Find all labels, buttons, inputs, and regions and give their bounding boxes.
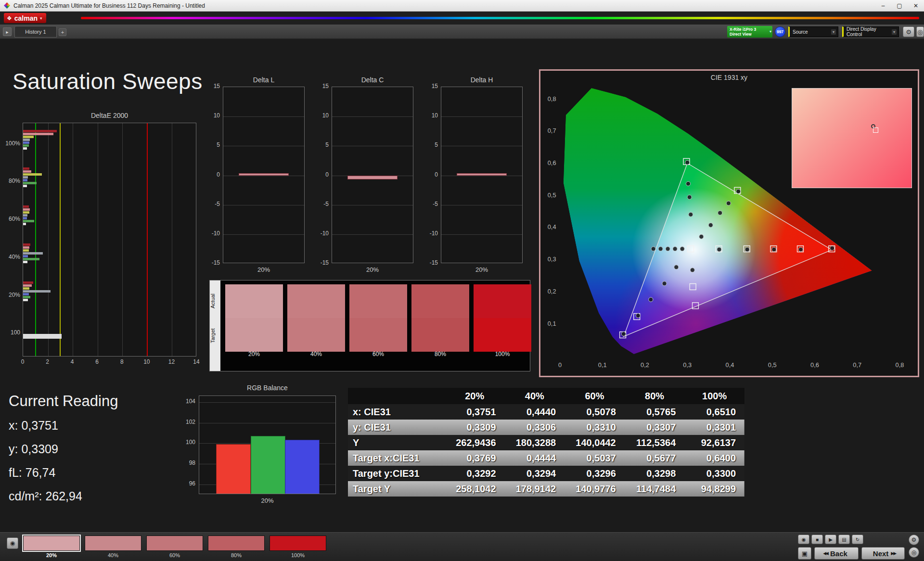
delta-bar — [239, 173, 289, 176]
y-tick-label: -5 — [426, 201, 438, 207]
row-label: x: CIE31 — [348, 404, 445, 420]
table-row: Target x:CIE310,37690,44440,50370,56770,… — [348, 450, 744, 466]
y-tick-label: 15 — [317, 83, 329, 89]
tab-history-label: History 1 — [25, 29, 46, 35]
meter-icon[interactable]: ◉ — [7, 537, 18, 549]
x-tick-label: 4 — [67, 358, 77, 365]
y-group-label: 80% — [5, 178, 20, 184]
gridline — [332, 146, 413, 146]
x-category-label: 20% — [441, 266, 523, 273]
film-icon: ▤ — [842, 537, 846, 542]
tab-scroll-button[interactable]: ▸ — [3, 27, 12, 36]
bar — [23, 217, 27, 219]
y-group-label: 100 — [5, 329, 20, 336]
loop-button[interactable]: ↻ — [852, 535, 863, 544]
maximize-button[interactable]: ▢ — [891, 0, 908, 11]
target-swatch — [349, 318, 407, 352]
current-reading-heading: Current Reading — [9, 393, 118, 410]
close-button[interactable]: ✕ — [908, 0, 924, 11]
tab-bar: ▸ History 1 + X-Rite i1Pro 3 Direct View… — [0, 25, 924, 39]
actual-swatch — [474, 284, 531, 318]
cell-value: 0,3292 — [445, 466, 505, 481]
display-control-dropdown[interactable]: Direct Display Control ▾ — [842, 26, 899, 37]
cell-value: 0,5677 — [625, 450, 685, 466]
gear-button[interactable]: ⚙ — [909, 535, 919, 545]
skip-forward-icon: ▶▶ — [891, 551, 896, 556]
gridline — [223, 205, 304, 205]
bar — [23, 170, 31, 173]
cell-value: 140,0442 — [565, 435, 625, 450]
cell-value: 112,5364 — [625, 435, 685, 450]
row-label: Target y:CIE31 — [348, 466, 445, 481]
meter-select-button[interactable]: X-Rite i1Pro 3 Direct View ▾ — [727, 26, 772, 38]
current-reading-panel: Current Reading x: 0,3751 y: 0,3309 fL: … — [9, 393, 118, 513]
calman-logo-button[interactable]: ❖ calman ▾ — [4, 13, 46, 23]
rgb-bar-red — [216, 444, 251, 494]
row-label: Target x:CIE31 — [348, 450, 445, 466]
deltae2000-chart: DeltaE 200002468101214100%80%60%40%20%10… — [5, 112, 197, 369]
table-row: Target Y258,1042178,9142140,9776114,7484… — [348, 481, 744, 497]
power-button[interactable]: ◎ — [909, 547, 919, 558]
bar — [23, 243, 30, 246]
next-label: Next — [873, 549, 889, 558]
stop-button[interactable]: ■ — [811, 535, 823, 544]
stop-button[interactable]: ▣ — [798, 547, 811, 560]
delta-plot-area — [332, 87, 413, 263]
cell-value: 0,3309 — [445, 420, 505, 435]
y-tick-label: -15 — [426, 259, 438, 266]
minimize-button[interactable]: – — [875, 0, 891, 11]
film-button[interactable]: ▤ — [838, 535, 850, 544]
y-tick-label: 0 — [317, 171, 329, 178]
power-button[interactable]: ◎ — [916, 26, 924, 37]
back-label: Back — [830, 549, 847, 558]
y-tick-label: 98 — [177, 459, 195, 466]
bar — [23, 246, 29, 249]
display-control-label: Direct Display Control — [847, 26, 889, 37]
bar — [23, 293, 29, 295]
bar — [23, 296, 30, 298]
column-header: 60% — [565, 388, 625, 404]
app-icon — [4, 2, 10, 9]
svg-text:0,8: 0,8 — [896, 361, 904, 369]
y-tick-label: 5 — [208, 141, 220, 148]
column-header: 100% — [684, 388, 744, 404]
saturation-swatch-100%[interactable]: 100% — [270, 536, 326, 558]
settings-gear-button[interactable]: ⚙ — [903, 26, 914, 37]
saturation-swatch-20%[interactable]: 20% — [23, 536, 80, 558]
saturation-swatch-60%[interactable]: 60% — [146, 536, 203, 558]
swatch-row-label: Target — [210, 320, 220, 352]
next-button[interactable]: Next▶▶ — [861, 547, 905, 560]
y-tick-label: 5 — [426, 141, 438, 148]
target-swatch — [225, 318, 283, 352]
y-tick-label: 10 — [426, 112, 438, 119]
play-icon: ▶ — [829, 537, 833, 542]
y-tick-label: 5 — [317, 141, 329, 148]
swatch-label: 60% — [146, 552, 203, 558]
meter-button[interactable]: ◉ — [798, 535, 809, 544]
saturation-swatch-80%[interactable]: 80% — [208, 536, 265, 558]
bar — [23, 179, 27, 181]
saturation-swatch-40%[interactable]: 40% — [85, 536, 141, 558]
swatch-label: 100% — [474, 351, 531, 357]
svg-text:0,4: 0,4 — [548, 223, 556, 230]
svg-text:0,1: 0,1 — [598, 361, 607, 369]
bar — [23, 284, 32, 287]
cell-value: 262,9436 — [445, 435, 505, 450]
x-category-label: 20% — [332, 266, 413, 273]
y-tick-label: -5 — [208, 201, 220, 207]
tab-history-1[interactable]: History 1 — [14, 26, 57, 38]
back-button[interactable]: ◀◀Back — [814, 547, 859, 560]
y-tick-label: -10 — [208, 230, 220, 237]
stop-icon: ■ — [816, 537, 819, 542]
reading-x: x: 0,3751 — [9, 419, 118, 433]
gridline — [441, 176, 522, 176]
column-header: 20% — [445, 388, 505, 404]
bottom-bar: ◉ 20%40%60%80%100% ◉■▶▤↻⚙◎▣◀◀BackNext▶▶ — [0, 532, 924, 561]
source-dropdown[interactable]: Source ▾ — [788, 26, 838, 37]
play-button[interactable]: ▶ — [825, 535, 836, 544]
actual-swatch — [287, 284, 345, 318]
svg-text:0,1: 0,1 — [548, 320, 556, 327]
swatch-column — [225, 284, 283, 352]
cie-1931-panel[interactable]: CIE 1931 xy 00,10,20,30,40,50,60,70,80,1… — [539, 69, 919, 377]
add-tab-button[interactable]: + — [59, 28, 66, 36]
